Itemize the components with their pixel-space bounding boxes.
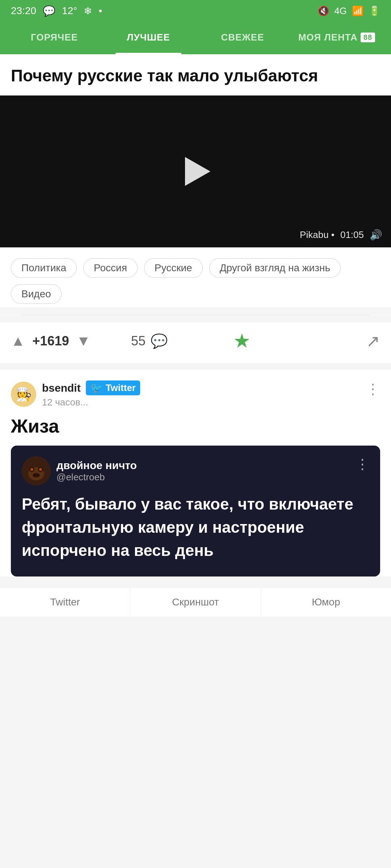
svg-point-5 [39,468,42,471]
tag-russia[interactable]: Россия [83,258,138,278]
tag-politics[interactable]: Политика [11,258,77,278]
article-title: Почему русские так мало улыбаются [11,65,380,87]
battery-icon: 🔋 [369,5,380,17]
bottom-tags-row: Twitter Скриншот Юмор [0,587,391,617]
comment-count: 55 [131,333,146,349]
author-name: bsendit [42,382,81,394]
network-type: 4G [334,5,347,17]
tweet-handle: @electroeb [56,472,137,483]
tab-feed[interactable]: МОЯ ЛЕНТА 88 [290,22,384,54]
bottom-tag-twitter[interactable]: Twitter [0,588,130,617]
tag-video[interactable]: Видео [11,284,62,304]
video-duration: 01:05 [340,229,364,241]
vote-up-button[interactable]: ▲ [11,333,25,349]
more-options-button[interactable]: ⋮ [366,380,380,397]
video-source: Pikabu • [300,229,335,241]
nav-tabs: ГОРЯЧЕЕ ЛУЧШЕЕ СВЕЖЕЕ МОЯ ЛЕНТА 88 [0,22,391,54]
bottom-tag-screenshot[interactable]: Скриншот [130,588,261,617]
vote-score: +1619 [33,333,69,349]
tweet-avatar [22,456,51,485]
star-section: ★ [196,329,288,352]
feed-badge: 88 [361,33,375,42]
temperature: 12° [62,5,77,17]
tags-section: Политика Россия Русские Другой взгляд на… [0,247,391,307]
status-left: 23:20 💬 12° ❄ • [11,5,102,17]
status-bar: 23:20 💬 12° ❄ • 🔇 4G 📶 🔋 [0,0,391,22]
tab-hot[interactable]: ГОРЯЧЕЕ [7,22,101,54]
post-card: 🧑‍🍳 bsendit 🐦 Twitter 12 часов... ⋮ Жиза [0,370,391,576]
whatsapp-icon: 💬 [43,5,55,17]
tag-other-view[interactable]: Другой взгляд на жизнь [209,258,341,278]
tweet-more-button[interactable]: ⋮ [356,456,369,472]
share-section: ↗ [288,331,380,351]
volume-icon[interactable]: 🔊 [370,229,382,241]
bottom-tag-humor[interactable]: Юмор [261,588,391,617]
svg-point-4 [30,468,33,471]
post-body-title: Жиза [11,415,380,437]
tweet-author-info: двойное ничто @electroeb [22,456,137,485]
post-author-info: 🧑‍🍳 bsendit 🐦 Twitter 12 часов... [11,380,140,408]
author-details: bsendit 🐦 Twitter 12 часов... [42,380,140,408]
twitter-source-badge[interactable]: 🐦 Twitter [86,380,140,395]
video-info: Pikabu • 01:05 🔊 [300,229,382,241]
comment-icon: 💬 [151,333,168,349]
action-bar: ▲ +1619 ▼ 55 💬 ★ ↗ [0,322,391,363]
snow-icon: ❄ [84,5,92,17]
divider [22,315,369,315]
tweet-text: Ребят, бывало у вас такое, что включаете… [22,493,369,562]
twitter-bird-icon: 🐦 [90,382,103,394]
mute-icon: 🔇 [318,5,329,17]
embedded-tweet: двойное ничто @electroeb ⋮ Ребят, бывало… [11,446,380,576]
play-button[interactable] [181,157,210,186]
source-name: Twitter [106,382,136,393]
status-time: 23:20 [11,5,36,17]
star-button[interactable]: ★ [233,329,251,352]
tab-best[interactable]: ЛУЧШЕЕ [101,22,196,54]
share-button[interactable]: ↗ [366,331,380,351]
article-section: Почему русские так мало улыбаются Pikabu… [0,54,391,247]
tab-fresh[interactable]: СВЕЖЕЕ [196,22,290,54]
author-name-row: bsendit 🐦 Twitter [42,380,140,395]
tweet-header: двойное ничто @electroeb ⋮ [22,456,369,485]
play-triangle-icon [185,157,210,186]
tag-russians[interactable]: Русские [144,258,203,278]
post-time: 12 часов... [42,397,140,408]
status-right: 🔇 4G 📶 🔋 [318,5,380,17]
signal-icon: 📶 [352,5,363,17]
author-avatar: 🧑‍🍳 [11,382,36,407]
video-player[interactable]: Pikabu • 01:05 🔊 [0,95,391,247]
svg-point-6 [33,473,40,477]
dot-indicator: • [98,5,102,17]
comment-section[interactable]: 55 💬 [103,333,196,349]
tweet-author-name: двойное ничто [56,459,137,472]
vote-down-button[interactable]: ▼ [76,333,91,349]
tweet-author-details: двойное ничто @electroeb [56,459,137,483]
post-header: 🧑‍🍳 bsendit 🐦 Twitter 12 часов... ⋮ [11,380,380,408]
vote-section: ▲ +1619 ▼ [11,333,103,349]
